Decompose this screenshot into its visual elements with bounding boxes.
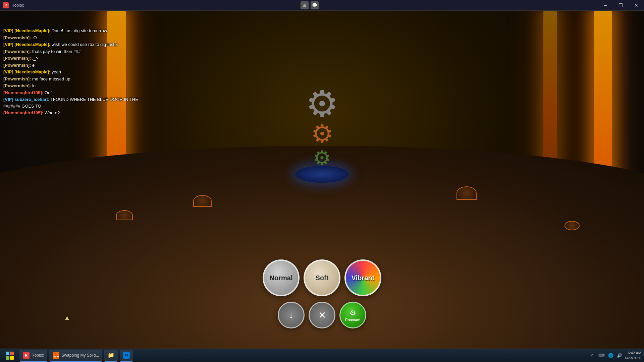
gear-top: ⚙ xyxy=(302,84,342,124)
chat-username: [Hummingbird105]: xyxy=(3,90,43,95)
explorer-taskbar-icon: 📁 xyxy=(108,352,114,359)
windows-logo xyxy=(6,352,14,360)
normal-filter-button[interactable]: Normal xyxy=(263,259,300,296)
central-platform: ⚙ ⚙ ⚙ xyxy=(275,129,369,183)
clock-time: 6:42 AM xyxy=(625,351,641,355)
mail-taskbar-icon: ✉ xyxy=(123,352,130,359)
titlebar-right-icons: ⊞ 💬 xyxy=(301,1,321,9)
filter-buttons: Normal Soft Vibrant xyxy=(263,259,381,296)
roblox-taskbar-label: Roblox xyxy=(32,353,44,358)
firefox-taskbar-icon: 🦊 xyxy=(53,352,59,359)
chat-message: [Powermish]: ._> xyxy=(3,55,144,62)
keyboard-icon[interactable]: ⌨ xyxy=(598,353,605,358)
tray-chevron[interactable]: ^ xyxy=(589,352,596,359)
chat-message: [Hummingbird105]: Where? xyxy=(3,110,144,116)
chat-text: Oof xyxy=(43,90,52,95)
chat-message: [Powermish]: thats pay to win then ### xyxy=(3,48,144,55)
taskbar: R Roblox 🦊 Swapping My Solid... 📁 ✉ ^ ⌨ … xyxy=(0,349,644,362)
gear-mid: ⚙ xyxy=(309,121,335,147)
download-icon: ↓ xyxy=(289,310,293,320)
taskbar-app-roblox[interactable]: R Roblox xyxy=(19,350,47,362)
chat-text: e xyxy=(31,63,35,68)
close-button[interactable]: ✕ xyxy=(629,0,644,11)
titlebar-left: R Roblox xyxy=(0,2,24,8)
download-button[interactable]: ↓ xyxy=(278,302,305,328)
chat-username: [VIP] [NeedlessMaple]: xyxy=(3,42,50,47)
chat-text: lol xyxy=(31,83,37,88)
gear-stack: ⚙ ⚙ ⚙ xyxy=(302,84,342,169)
close-action-button[interactable]: ✕ xyxy=(309,302,335,328)
chat-message: [Powermish]: :O xyxy=(3,35,144,41)
freecam-button[interactable]: ⚙ Freecam xyxy=(339,302,366,328)
chat-text: yeah xyxy=(50,69,61,74)
app-icon: R xyxy=(3,2,9,8)
roblox-taskbar-icon: R xyxy=(23,352,30,359)
chat-message: [Hummingbird105]: Oof xyxy=(3,89,144,96)
taskbar-left: R Roblox 🦊 Swapping My Solid... 📁 ✉ xyxy=(0,350,134,362)
taskbar-app-firefox[interactable]: 🦊 Swapping My Solid... xyxy=(49,350,102,362)
chat-username: [VIP] subzero_icehart: xyxy=(3,97,49,102)
chat-message: [Powermish]: e xyxy=(3,62,144,69)
freecam-gear-icon: ⚙ xyxy=(350,309,356,317)
minimize-button[interactable]: ─ xyxy=(598,0,613,11)
chat-message: [Powermish]: lol xyxy=(3,82,144,89)
chat-username: [Powermish]: xyxy=(3,56,31,61)
chat-icon[interactable]: 💬 xyxy=(311,1,319,9)
chat-username: [VIP] [NeedlessMaple]: xyxy=(3,69,50,74)
close-x-icon: ✕ xyxy=(318,310,326,321)
chat-text: ._> xyxy=(31,56,38,61)
direction-arrow: ▲ xyxy=(64,314,70,322)
window-controls: ─ ❐ ✕ xyxy=(598,0,644,10)
chat-message: [VIP] [NeedlessMaple]: yeah xyxy=(3,69,144,75)
win-logo-q1 xyxy=(6,352,9,355)
window-title: Roblox xyxy=(11,3,24,8)
game-viewport[interactable]: ⚙ ⚙ ⚙ [VIP] [NeedlessMaple]: Done! Last … xyxy=(0,11,644,349)
gear-mid-icon: ⚙ xyxy=(311,121,333,146)
grid-icon[interactable]: ⊞ xyxy=(301,1,309,9)
chat-message: [Powermish]: me face messed up xyxy=(3,76,144,82)
firefox-taskbar-label: Swapping My Solid... xyxy=(61,353,99,358)
taskbar-app-mail[interactable]: ✉ xyxy=(120,350,133,362)
chat-text: thats pay to win then ### xyxy=(31,49,80,54)
chat-username: [Hummingbird105]: xyxy=(3,110,43,115)
taskbar-right: ^ ⌨ 🌐 🔊 6:42 AM 6/23/2020 xyxy=(589,351,644,360)
hud-bottom: Normal Soft Vibrant ↓ ✕ ⚙ Freecam xyxy=(263,259,381,328)
restore-button[interactable]: ❐ xyxy=(613,0,629,11)
clock-date: 6/23/2020 xyxy=(625,356,641,360)
soft-filter-button[interactable]: Soft xyxy=(304,259,340,296)
titlebar: R Roblox ⊞ 💬 ─ ❐ ✕ xyxy=(0,0,644,11)
chat-text: :O xyxy=(31,35,37,40)
system-clock[interactable]: 6:42 AM 6/23/2020 xyxy=(625,351,641,360)
start-button[interactable] xyxy=(1,350,18,362)
ground-object-1 xyxy=(116,210,133,220)
chat-username: [Powermish]: xyxy=(3,63,31,68)
chat-message: [VIP] subzero_icehart: I FOUND WHERE THE… xyxy=(3,96,144,109)
chat-message: [VIP] [NeedlessMaple]: Done! Last dig si… xyxy=(3,27,144,34)
freecam-label: Freecam xyxy=(345,318,360,322)
vibrant-filter-button[interactable]: Vibrant xyxy=(344,259,381,296)
chat-username: [Powermish]: xyxy=(3,35,31,40)
chat-text: me face messed up xyxy=(31,76,70,81)
chat-panel: [VIP] [NeedlessMaple]: Done! Last dig si… xyxy=(3,27,144,117)
chat-username: [VIP] [NeedlessMaple]: xyxy=(3,28,50,33)
chat-username: [Powermish]: xyxy=(3,83,31,88)
chat-username: [Powermish]: xyxy=(3,49,31,54)
chat-text: Done! Last dig site tomorrow xyxy=(50,28,107,33)
chat-username: [Powermish]: xyxy=(3,76,31,81)
chat-message: [VIP] [NeedlessMaple]: wish we could use… xyxy=(3,41,144,48)
win-logo-q2 xyxy=(10,352,14,355)
network-icon[interactable]: 🌐 xyxy=(607,353,614,358)
chat-text: wish we could use rbx to dig faster xyxy=(50,42,118,47)
gear-bot: ⚙ xyxy=(311,147,333,169)
chat-text: Where? xyxy=(43,110,60,115)
ground-object-2 xyxy=(193,195,212,207)
win-logo-q4 xyxy=(10,356,14,360)
gear-top-icon: ⚙ xyxy=(306,85,339,122)
volume-icon[interactable]: 🔊 xyxy=(616,353,623,358)
gear-bot-icon: ⚙ xyxy=(313,148,331,168)
ground-object-3 xyxy=(457,186,477,200)
taskbar-app-explorer[interactable]: 📁 xyxy=(104,350,118,362)
action-buttons: ↓ ✕ ⚙ Freecam xyxy=(278,302,366,328)
win-logo-q3 xyxy=(6,356,9,360)
